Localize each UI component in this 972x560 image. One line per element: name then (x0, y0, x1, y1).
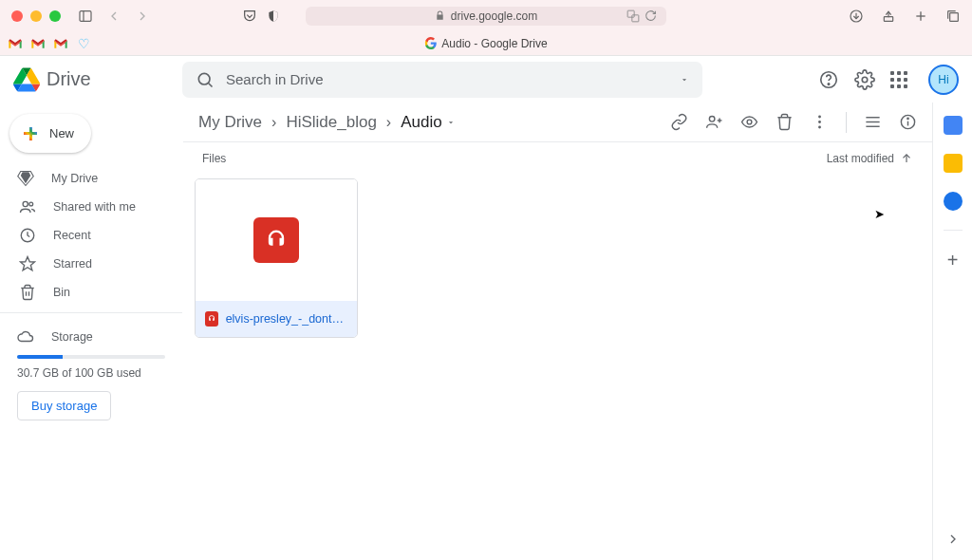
buy-storage-button[interactable]: Buy storage (17, 391, 111, 420)
breadcrumb-current[interactable]: Audio (401, 113, 455, 132)
cloud-icon (17, 328, 34, 345)
svg-rect-0 (80, 10, 91, 21)
search-bar[interactable] (182, 62, 702, 98)
calendar-addon-icon[interactable] (944, 116, 963, 135)
reload-icon[interactable] (645, 9, 657, 22)
shield-icon[interactable] (267, 9, 280, 24)
tab-overview-icon[interactable] (945, 9, 961, 24)
forward-icon[interactable] (135, 9, 150, 24)
plus-icon (21, 124, 40, 143)
side-panel: + (932, 103, 972, 560)
sidebar-item-label: Bin (53, 286, 70, 299)
search-input[interactable] (226, 71, 668, 87)
drive-logo[interactable]: Drive (13, 67, 182, 92)
breadcrumb: My Drive › HiSlide_blog › Audio (198, 113, 456, 132)
translate-icon[interactable] (626, 9, 641, 23)
audio-file-icon (205, 311, 218, 327)
close-window-icon[interactable] (11, 10, 23, 22)
new-button[interactable]: New (9, 114, 91, 153)
pinned-tab-gmail-1[interactable] (6, 35, 25, 52)
svg-point-26 (818, 126, 821, 129)
storage-usage-text: 30.7 GB of 100 GB used (17, 366, 165, 380)
tasks-addon-icon[interactable] (944, 192, 963, 211)
sidebar-item-label: My Drive (51, 172, 98, 185)
sidebar-item-label: Starred (53, 257, 92, 271)
file-thumbnail (196, 179, 357, 301)
remove-icon[interactable] (776, 113, 794, 131)
list-view-icon[interactable] (864, 113, 882, 131)
sidebar-item-shared[interactable]: Shared with me (0, 193, 182, 221)
svg-point-20 (709, 117, 715, 122)
divider (944, 230, 963, 231)
keep-addon-icon[interactable] (944, 154, 963, 173)
drive-folder-icon (17, 170, 34, 187)
active-tab[interactable]: Audio - Google Drive (424, 37, 547, 50)
lock-icon (435, 10, 445, 21)
drive-product-name: Drive (47, 68, 91, 90)
browser-toolbar: drive.google.com (0, 0, 972, 31)
file-name: elvis-presley_-_dont-be-c... (226, 312, 347, 326)
svg-point-25 (818, 121, 821, 123)
new-button-label: New (49, 126, 74, 140)
sidebar-item-bin[interactable]: Bin (0, 278, 182, 307)
sidebar-item-storage[interactable]: Storage (17, 328, 165, 345)
google-favicon-icon (424, 37, 437, 49)
chevron-right-icon: › (271, 114, 276, 131)
tab-title-text: Audio - Google Drive (441, 37, 547, 50)
file-card[interactable]: elvis-presley_-_dont-be-c... (195, 178, 358, 338)
search-options-icon[interactable] (680, 75, 689, 84)
divider (0, 312, 182, 313)
audio-file-icon (253, 217, 299, 263)
support-icon[interactable] (818, 69, 839, 90)
svg-rect-2 (627, 10, 634, 17)
svg-rect-3 (632, 14, 639, 21)
google-apps-icon[interactable] (890, 71, 907, 88)
section-label: Files (202, 152, 226, 165)
pinned-tab-gmail-2[interactable] (28, 35, 47, 52)
account-avatar[interactable]: Hi (928, 65, 959, 95)
more-actions-icon[interactable] (811, 113, 829, 131)
svg-marker-19 (21, 257, 35, 271)
breadcrumb-item[interactable]: HiSlide_blog (286, 113, 376, 132)
breadcrumb-item[interactable]: My Drive (198, 113, 262, 132)
minimize-window-icon[interactable] (30, 10, 42, 22)
sidebar-item-label: Recent (53, 229, 91, 242)
svg-rect-7 (884, 16, 892, 21)
svg-point-11 (198, 73, 210, 84)
pinned-tab-heart[interactable]: ♡ (74, 35, 93, 52)
sidebar: New ▶ My Drive Shared with me Recent Sta… (0, 103, 182, 560)
url-host: drive.google.com (451, 9, 537, 23)
sidebar-item-recent[interactable]: Recent (0, 221, 182, 250)
svg-point-32 (907, 118, 908, 119)
hide-side-panel-icon[interactable] (945, 532, 961, 547)
share-icon[interactable] (881, 9, 896, 24)
sort-toggle[interactable]: Last modified (827, 152, 913, 165)
preview-icon[interactable] (740, 113, 758, 131)
svg-point-14 (828, 83, 829, 84)
trash-icon (19, 284, 36, 301)
sidebar-toggle-icon[interactable] (78, 9, 93, 24)
maximize-window-icon[interactable] (49, 10, 61, 22)
get-link-icon[interactable] (670, 113, 688, 131)
arrow-up-icon (900, 152, 913, 165)
svg-point-17 (29, 202, 33, 206)
new-tab-icon[interactable] (913, 9, 928, 24)
chevron-down-icon (446, 118, 456, 127)
svg-point-23 (747, 120, 752, 124)
sidebar-item-starred[interactable]: Starred (0, 250, 182, 278)
pocket-icon[interactable] (242, 9, 257, 24)
get-addons-icon[interactable]: + (947, 250, 959, 271)
settings-icon[interactable] (854, 69, 875, 90)
address-bar[interactable]: drive.google.com (306, 7, 666, 26)
back-icon[interactable] (106, 9, 122, 24)
people-icon (19, 198, 36, 215)
svg-line-12 (209, 83, 213, 86)
share-person-icon[interactable] (705, 113, 723, 131)
chevron-right-icon: › (386, 114, 391, 131)
details-icon[interactable] (899, 113, 917, 131)
window-controls (11, 10, 61, 22)
downloads-icon[interactable] (849, 9, 864, 24)
pinned-tab-gmail-3[interactable] (51, 35, 70, 52)
content-area: My Drive › HiSlide_blog › Audio (182, 103, 932, 560)
sidebar-item-my-drive[interactable]: ▶ My Drive (0, 164, 182, 193)
